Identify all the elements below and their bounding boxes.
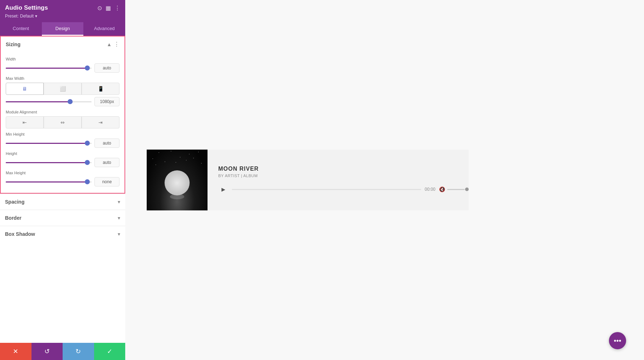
- sidebar-header: Audio Settings ⊙ ▦ ⋮ Preset: Default ▾: [0, 0, 125, 22]
- min-height-slider-row: [6, 138, 119, 148]
- play-button[interactable]: ▶: [218, 184, 228, 194]
- box-shadow-header[interactable]: Box Shadow ▾: [0, 226, 125, 242]
- max-width-thumb[interactable]: [68, 99, 73, 104]
- max-height-input[interactable]: [94, 177, 119, 186]
- cancel-button[interactable]: ✕: [0, 343, 31, 360]
- player-controls: ▶ 00:00 🔇: [218, 184, 469, 194]
- tab-advanced[interactable]: Advanced: [83, 22, 125, 36]
- max-height-thumb[interactable]: [85, 179, 90, 184]
- volume-section: 🔇: [439, 186, 469, 192]
- width-label: Width: [6, 57, 119, 61]
- volume-bar[interactable]: [447, 189, 469, 190]
- progress-bar[interactable]: [232, 189, 421, 190]
- width-slider[interactable]: [6, 64, 92, 72]
- height-label: Height: [6, 151, 119, 156]
- max-width-input[interactable]: [94, 97, 119, 106]
- max-width-slider-row: [6, 97, 119, 106]
- width-input[interactable]: [94, 63, 119, 73]
- spacing-section: Spacing ▾: [0, 194, 125, 210]
- save-button[interactable]: ✓: [94, 343, 126, 360]
- max-height-slider[interactable]: [6, 178, 92, 185]
- align-buttons: ⇤ ⇔ ⇥: [6, 116, 119, 128]
- align-left-btn[interactable]: ⇤: [6, 116, 44, 128]
- device-tablet-btn[interactable]: ⬜: [44, 83, 82, 95]
- main-content: MOON RIVER BY ARTIST | ALBUM ▶ 00:00 🔇 •…: [125, 0, 644, 360]
- max-height-fill: [6, 181, 87, 183]
- min-height-thumb[interactable]: [85, 141, 90, 146]
- width-fill: [6, 68, 87, 69]
- width-track: [6, 68, 92, 69]
- sizing-header-icons: ▲ ⋮: [107, 41, 119, 48]
- sizing-body: Width Max Width 🖥 ⬜ 📱: [1, 52, 125, 193]
- spacing-title: Spacing: [5, 199, 24, 205]
- volume-fill: [447, 189, 464, 190]
- preset-label: Preset:: [5, 14, 19, 19]
- preset-value: Default: [20, 14, 34, 19]
- volume-icon[interactable]: 🔇: [439, 186, 445, 192]
- volume-thumb[interactable]: [465, 188, 469, 191]
- spacing-chevron-icon[interactable]: ▾: [118, 199, 120, 205]
- bottom-toolbar: ✕ ↺ ↻ ✓: [0, 343, 125, 360]
- height-track: [6, 162, 92, 163]
- border-title: Border: [5, 215, 21, 221]
- width-thumb[interactable]: [85, 65, 90, 70]
- settings-icon[interactable]: ⊙: [97, 5, 102, 11]
- sizing-options-icon[interactable]: ⋮: [114, 41, 119, 48]
- tabs: Content Design Advanced: [0, 22, 125, 36]
- grid-icon[interactable]: ▦: [106, 5, 111, 11]
- alignment-label: Module Alignment: [6, 110, 119, 114]
- header-top: Audio Settings ⊙ ▦ ⋮: [5, 4, 120, 11]
- max-width-slider[interactable]: [6, 98, 92, 105]
- track-artist: BY ARTIST | ALBUM: [218, 174, 469, 178]
- max-width-track: [6, 101, 92, 102]
- album-art-visual: [147, 150, 208, 210]
- max-width-fill: [6, 101, 70, 102]
- tab-design[interactable]: Design: [42, 22, 84, 36]
- align-center-btn[interactable]: ⇔: [44, 116, 82, 128]
- min-height-label: Min Height: [6, 132, 119, 136]
- height-slider[interactable]: [6, 159, 92, 166]
- more-icon[interactable]: ⋮: [114, 5, 120, 11]
- min-height-track: [6, 143, 92, 144]
- max-width-label: Max Width: [6, 76, 119, 81]
- track-info: MOON RIVER BY ARTIST | ALBUM ▶ 00:00 🔇: [218, 166, 469, 194]
- redo-button[interactable]: ↻: [63, 343, 94, 360]
- sizing-section: Sizing ▲ ⋮ Width: [0, 36, 125, 194]
- width-slider-row: [6, 63, 119, 73]
- moon-decoration: [165, 170, 190, 195]
- track-title: MOON RIVER: [218, 166, 469, 172]
- device-desktop-btn[interactable]: 🖥: [6, 83, 44, 95]
- fab-button[interactable]: •••: [609, 332, 626, 349]
- fab-icon: •••: [614, 337, 621, 345]
- header-icons: ⊙ ▦ ⋮: [97, 5, 120, 11]
- max-height-label: Max Height: [6, 171, 119, 175]
- height-slider-row: [6, 158, 119, 167]
- preset-row[interactable]: Preset: Default ▾: [5, 14, 120, 19]
- min-height-slider[interactable]: [6, 140, 92, 147]
- sizing-collapse-icon[interactable]: ▲: [107, 42, 112, 47]
- moon-reflection-decoration: [170, 194, 184, 199]
- min-height-input[interactable]: [94, 138, 119, 148]
- max-height-slider-row: [6, 177, 119, 186]
- box-shadow-title: Box Shadow: [5, 231, 35, 237]
- border-chevron-icon[interactable]: ▾: [118, 215, 120, 221]
- undo-button[interactable]: ↺: [31, 343, 63, 360]
- box-shadow-section: Box Shadow ▾: [0, 226, 125, 242]
- min-height-fill: [6, 143, 87, 144]
- time-display: 00:00: [425, 187, 435, 192]
- border-header[interactable]: Border ▾: [0, 210, 125, 226]
- border-section: Border ▾: [0, 210, 125, 226]
- sidebar-body: Sizing ▲ ⋮ Width: [0, 36, 125, 343]
- preset-chevron-icon: ▾: [35, 14, 37, 19]
- audio-card: MOON RIVER BY ARTIST | ALBUM ▶ 00:00 🔇: [147, 150, 469, 210]
- height-input[interactable]: [94, 158, 119, 167]
- align-right-btn[interactable]: ⇥: [82, 116, 119, 128]
- sidebar: Audio Settings ⊙ ▦ ⋮ Preset: Default ▾ C…: [0, 0, 125, 360]
- spacing-header[interactable]: Spacing ▾: [0, 194, 125, 210]
- device-mobile-btn[interactable]: 📱: [82, 83, 119, 95]
- tab-content[interactable]: Content: [0, 22, 42, 36]
- height-thumb[interactable]: [85, 160, 90, 165]
- box-shadow-chevron-icon[interactable]: ▾: [118, 231, 120, 237]
- sizing-header[interactable]: Sizing ▲ ⋮: [1, 37, 125, 52]
- sidebar-title: Audio Settings: [5, 4, 48, 11]
